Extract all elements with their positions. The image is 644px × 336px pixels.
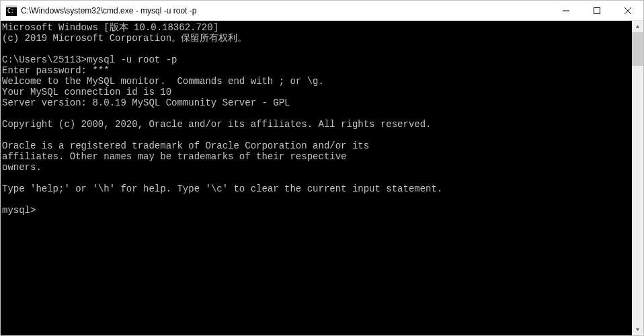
terminal-line: Server version: 8.0.19 MySQL Community S… (2, 97, 632, 108)
terminal-line (2, 130, 632, 140)
scrollbar-thumb[interactable] (632, 32, 643, 66)
terminal-line: Your MySQL connection id is 10 (2, 87, 632, 97)
terminal-line: Enter password: *** (2, 65, 632, 76)
terminal-line: C:\Users\25113>mysql -u root -p (2, 54, 632, 65)
terminal-output[interactable]: Microsoft Windows [版本 10.0.18362.720](c)… (1, 21, 632, 335)
terminal-line: owners. (2, 162, 632, 173)
terminal-line (2, 108, 632, 119)
terminal-line: Welcome to the MySQL monitor. Commands e… (2, 76, 632, 87)
close-button[interactable] (612, 1, 643, 20)
terminal-line (2, 173, 632, 183)
vertical-scrollbar[interactable] (632, 21, 643, 335)
terminal-line: Oracle is a registered trademark of Orac… (2, 140, 632, 151)
window-controls (551, 1, 643, 20)
minimize-button[interactable] (551, 1, 581, 20)
terminal-line: Microsoft Windows [版本 10.0.18362.720] (2, 22, 632, 33)
terminal-line: mysql> (2, 205, 632, 216)
window-titlebar: C: C:\Windows\system32\cmd.exe - mysql -… (1, 1, 643, 21)
svg-rect-1 (6, 5, 17, 7)
scrollbar-down-button[interactable] (632, 324, 643, 335)
cmd-icon: C: (6, 5, 17, 16)
terminal-line: Copyright (c) 2000, 2020, Oracle and/or … (2, 119, 632, 130)
terminal-line: affiliates. Other names may be trademark… (2, 151, 632, 162)
scrollbar-up-button[interactable] (632, 21, 643, 32)
terminal-area: Microsoft Windows [版本 10.0.18362.720](c)… (1, 21, 643, 335)
svg-text:C:: C: (7, 8, 14, 14)
terminal-line (2, 194, 632, 205)
terminal-line: (c) 2019 Microsoft Corporation。保留所有权利。 (2, 33, 632, 44)
terminal-line (2, 44, 632, 54)
terminal-line: Type 'help;' or '\h' for help. Type '\c'… (2, 183, 632, 194)
window-title: C:\Windows\system32\cmd.exe - mysql -u r… (21, 6, 551, 15)
maximize-button[interactable] (581, 1, 612, 20)
svg-rect-4 (594, 7, 600, 13)
scrollbar-track[interactable] (632, 32, 643, 324)
